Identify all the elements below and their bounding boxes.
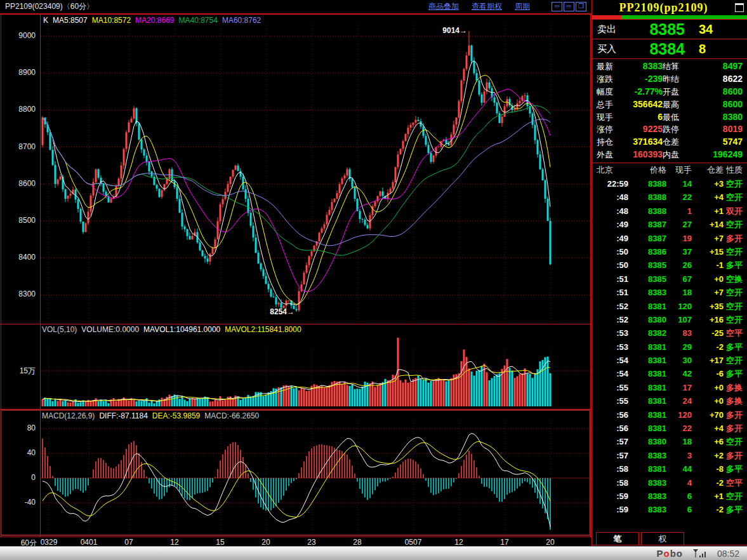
stat-label: 幅度	[597, 86, 625, 98]
menu-item-options[interactable]: 查看期权	[472, 1, 502, 12]
tick-cell: 8381	[628, 422, 666, 435]
tick-row: :54838130+17空开	[597, 354, 743, 367]
stat-label: 结算	[663, 60, 693, 73]
y-axis-label: 8900	[0, 68, 36, 77]
stat-value: 8497	[693, 60, 743, 73]
tab-options[interactable]: 权	[641, 532, 684, 545]
tick-cell: 17	[666, 381, 692, 394]
tick-cell: :50	[597, 245, 628, 258]
stat-label: 现手	[597, 111, 625, 124]
tick-cell: 4	[666, 476, 692, 490]
ask-price: 8385	[634, 20, 685, 39]
tick-row: :528380107+16空开	[597, 313, 743, 326]
bid-label: 买入	[597, 43, 634, 55]
x-axis-label: 12	[170, 538, 178, 547]
sell-ratio-segment	[592, 15, 621, 19]
x-axis-label: 07	[124, 538, 133, 547]
tick-row: :55838117+0多换	[597, 381, 743, 394]
stat-value: 196249	[693, 149, 743, 161]
kline-chart[interactable]	[0, 14, 592, 537]
maximize-icon[interactable]	[735, 3, 744, 12]
tab-ticks[interactable]: 笔	[596, 532, 639, 545]
stat-value: 8019	[693, 123, 743, 136]
tick-cell: 空开	[724, 300, 743, 313]
tick-cell: 空平	[724, 476, 743, 490]
tick-row: :48838822+4空开	[597, 190, 743, 204]
tick-cell: 6	[666, 503, 692, 516]
tick-cell: -2	[692, 340, 724, 354]
tick-cell: 42	[666, 367, 692, 380]
tick-row: :53838129-2多平	[597, 340, 743, 354]
legend-item: MACD:-66.2650	[204, 411, 259, 420]
tick-cell: +16	[692, 313, 724, 326]
tick-cell: 空开	[724, 435, 743, 448]
stat-value: 160393	[625, 149, 663, 161]
back-arrow-icon[interactable]: ⇦	[552, 2, 562, 11]
menu-item-overlay[interactable]: 商品叠加	[428, 1, 459, 12]
quote-panel: PP2109(pp2109) 卖出 8385 34 买入 8384 8 最新83…	[592, 0, 747, 546]
split-window-icon[interactable]: ❐	[576, 2, 586, 11]
tick-cell: 8380	[628, 435, 666, 448]
y-axis-label: 8300	[0, 290, 36, 298]
tick-cell: 24	[666, 394, 692, 408]
tick-cell: 空开	[724, 490, 743, 503]
tick-cell: :48	[597, 190, 628, 204]
bid-price: 8384	[634, 40, 685, 58]
stat-label: 涨跌	[597, 73, 625, 86]
tick-column-header: 价格	[628, 163, 666, 177]
x-axis: 60分 032904010712152023280507121720	[0, 537, 592, 546]
tick-cell: 8383	[628, 490, 666, 503]
tick-row: :49838727+14空开	[597, 218, 743, 231]
legend-item: DIFF:-87.1184	[99, 411, 147, 420]
ask-qty: 34	[699, 22, 713, 37]
volume-legend: VOL(5,10)VOLUME:0.0000MAVOL1:104961.0000…	[42, 325, 306, 334]
legend-item: DEA:-53.9859	[152, 411, 200, 420]
forward-arrow-icon[interactable]: ⇨	[564, 2, 574, 11]
tick-column-header: 现手	[666, 163, 692, 177]
legend-item: MA60:8762	[222, 16, 261, 25]
tick-cell: :57	[597, 449, 628, 462]
status-clock: 08:52	[717, 549, 739, 559]
tick-cell: +15	[692, 245, 724, 258]
tick-row: :53838283-25空平	[597, 326, 743, 340]
tick-row: :528381120+35空开	[597, 300, 743, 313]
legend-item: MACD(12,26,9)	[42, 411, 95, 420]
tick-cell: :55	[597, 394, 628, 408]
tick-cell: 空开	[724, 313, 743, 326]
signal-icon	[693, 549, 707, 558]
tick-cell: 19	[666, 232, 692, 245]
tick-cell: +0	[692, 381, 724, 394]
tick-cell: +17	[692, 354, 724, 367]
y-axis-label: 8600	[0, 179, 36, 188]
tick-column-header: 性质	[724, 163, 743, 177]
stat-value: 371634	[625, 136, 663, 149]
tick-cell: 22:59	[597, 177, 628, 190]
tick-row: :54838142-6多平	[597, 367, 743, 380]
tick-cell: +2	[692, 449, 724, 462]
buy-ratio-segment	[621, 15, 747, 19]
tick-cell: -8	[692, 462, 724, 476]
tick-cell: +1	[692, 490, 724, 503]
stat-label: 总手	[597, 98, 625, 111]
tick-cell: -2	[692, 503, 724, 516]
menu-item-period[interactable]: 周期	[515, 1, 530, 12]
tick-cell: 多开	[724, 408, 743, 422]
chart-titlebar: PP2109(023409)〈60分〉 商品叠加 查看期权 周期 ⇦ ⇨ ❐	[0, 0, 592, 14]
tick-cell: +0	[692, 394, 724, 408]
tick-cell: :56	[597, 422, 628, 435]
stat-label: 涨停	[597, 123, 625, 136]
pobo-logo: Pobo	[656, 548, 683, 559]
tick-cell: 8381	[628, 408, 666, 422]
tick-cell: :53	[597, 340, 628, 354]
y-axis-label: -40	[0, 498, 36, 507]
tick-cell: 18	[666, 286, 692, 299]
tick-cell: 多平	[724, 503, 743, 516]
tick-cell: 多平	[724, 462, 743, 476]
tick-cell: 空开	[724, 245, 743, 258]
k-legend: KMA5:8507MA10:8572MA20:8669MA40:8754MA60…	[43, 16, 265, 25]
tick-cell: :58	[597, 462, 628, 476]
tick-cell: +6	[692, 435, 724, 448]
stat-label: 昨结	[663, 73, 693, 86]
tick-cell: :59	[597, 503, 628, 516]
x-axis-label: 28	[353, 538, 361, 547]
